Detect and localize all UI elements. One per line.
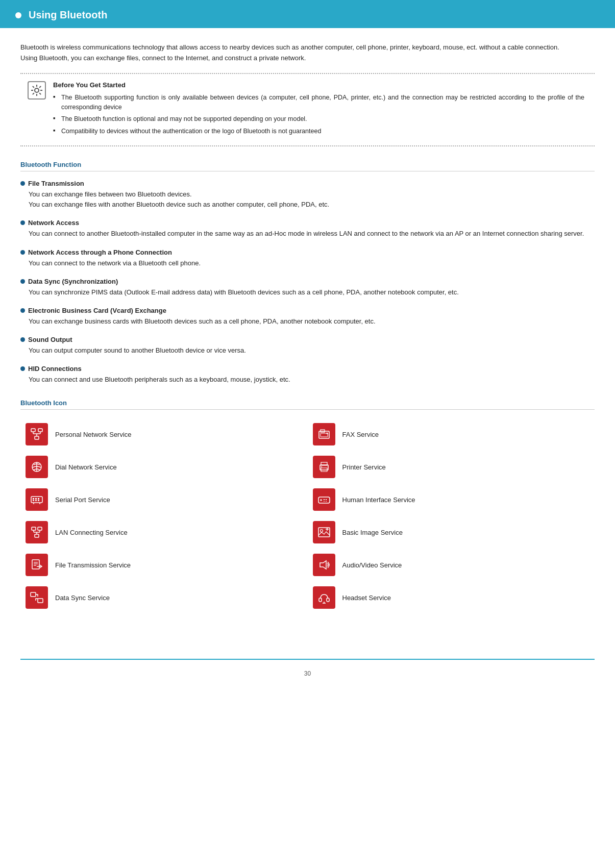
- bluetooth-function-title: Bluetooth Function: [20, 161, 595, 171]
- icon-printer: [313, 456, 335, 478]
- dial-network-icon: [30, 460, 44, 474]
- image-icon: [317, 525, 331, 539]
- svg-point-57: [320, 530, 323, 532]
- icon-label-printer: Printer Service: [342, 463, 386, 471]
- svg-rect-23: [35, 500, 37, 501]
- feature-title-4: Data Sync (Synchronization): [20, 278, 595, 285]
- feature-title-6: Sound Output: [20, 336, 595, 343]
- icon-row-image: Basic Image Service: [308, 516, 595, 549]
- feature-desc-1: You can exchange files between two Bluet…: [20, 189, 595, 210]
- printer-icon: [317, 460, 331, 474]
- feature-desc-2: You can connect to another Bluetooth-ins…: [20, 229, 595, 239]
- feature-title-7: HID Connections: [20, 365, 595, 373]
- intro-line1: Bluetooth is wireless communications tec…: [20, 42, 595, 53]
- icon-personal-network: [26, 423, 48, 445]
- svg-rect-11: [35, 436, 39, 439]
- feature-file-transmission: File Transmission You can exchange files…: [20, 180, 595, 210]
- svg-line-6: [39, 93, 41, 94]
- svg-rect-42: [321, 433, 328, 437]
- serial-port-icon: [30, 492, 44, 507]
- svg-rect-20: [35, 498, 37, 500]
- icon-row-dial-network: Dial Network Service: [20, 451, 308, 483]
- fax-icon: [317, 427, 331, 441]
- icon-grid: Personal Network Service Dial Network Se…: [20, 418, 595, 614]
- icon-data-sync: [26, 586, 48, 609]
- feature-hid: HID Connections You can connect and use …: [20, 365, 595, 385]
- page-header: Using Bluetooth: [0, 0, 615, 28]
- icon-serial-port: [26, 488, 48, 511]
- icon-label-audio: Audio/Video Service: [342, 561, 402, 569]
- icon-row-printer: Printer Service: [308, 451, 595, 483]
- icon-label-hid: Human Interface Service: [342, 496, 415, 504]
- icon-lan: [26, 521, 48, 543]
- icon-row-headset: Headset Service: [308, 581, 595, 614]
- svg-marker-60: [320, 561, 326, 569]
- icon-row-audio: Audio/Video Service: [308, 549, 595, 581]
- svg-rect-62: [327, 598, 329, 602]
- svg-line-5: [33, 86, 34, 87]
- svg-rect-10: [38, 429, 42, 432]
- feature-network-access: Network Access You can connect to anothe…: [20, 219, 595, 239]
- bullet-4: [20, 279, 25, 284]
- icon-row-fax: FAX Service: [308, 418, 595, 451]
- bullet-6: [20, 337, 25, 342]
- svg-rect-34: [32, 560, 39, 569]
- settings-icon: [30, 84, 43, 97]
- icon-col-right: FAX Service Printer Service: [308, 418, 595, 614]
- icon-col-left: Personal Network Service Dial Network Se…: [20, 418, 308, 614]
- feature-title-2: Network Access: [20, 219, 595, 227]
- bluetooth-icon-title: Bluetooth Icon: [20, 399, 595, 410]
- bullet-2: [20, 220, 25, 225]
- notice-content: Before You Get Started The Bluetooth sup…: [53, 81, 584, 139]
- icon-headset: [313, 586, 335, 609]
- bluetooth-icon-section: Bluetooth Icon: [20, 399, 595, 614]
- icon-label-dial-network: Dial Network Service: [55, 463, 117, 471]
- icon-label-fax: FAX Service: [342, 431, 379, 438]
- notice-item-2: The Bluetooth function is optional and m…: [53, 114, 584, 124]
- icon-row-lan: LAN Connecting Service: [20, 516, 308, 549]
- feature-desc-4: You can synchronize PIMS data (Outlook E…: [20, 287, 595, 297]
- icon-label-serial-port: Serial Port Service: [55, 496, 110, 504]
- icon-row-serial-port: Serial Port Service: [20, 483, 308, 516]
- svg-rect-53: [326, 499, 327, 500]
- personal-network-icon: [30, 427, 44, 441]
- feature-title-5: Electronic Business Card (Vcard) Exchang…: [20, 307, 595, 314]
- feature-title-1: File Transmission: [20, 180, 595, 187]
- page-footer: 30: [20, 659, 595, 682]
- bullet-3: [20, 250, 25, 255]
- feature-phone-connection: Network Access through a Phone Connectio…: [20, 249, 595, 268]
- icon-fax: [313, 423, 335, 445]
- svg-rect-55: [326, 501, 327, 502]
- svg-rect-39: [31, 592, 36, 597]
- icon-hid: [313, 488, 335, 511]
- svg-rect-54: [324, 501, 325, 502]
- svg-rect-24: [38, 500, 39, 501]
- icon-label-data-sync: Data Sync Service: [55, 594, 110, 602]
- icon-audio: [313, 554, 335, 576]
- main-content: Bluetooth is wireless communications tec…: [0, 28, 615, 649]
- svg-rect-9: [31, 429, 35, 432]
- icon-label-image: Basic Image Service: [342, 529, 403, 536]
- file-tx-icon: [30, 558, 44, 572]
- icon-label-lan: LAN Connecting Service: [55, 529, 128, 536]
- bullet-7: [20, 366, 25, 371]
- svg-line-7: [39, 86, 41, 87]
- feature-desc-7: You can connect and use Bluetooth periph…: [20, 375, 595, 385]
- svg-rect-29: [35, 534, 39, 537]
- page-number: 30: [304, 670, 311, 677]
- notice-item-3: Compatibility to devices without the aut…: [53, 127, 584, 136]
- icon-label-file-tx: File Transmission Service: [55, 561, 131, 569]
- svg-point-44: [326, 433, 328, 434]
- lan-icon: [30, 525, 44, 539]
- notice-item-1: The Bluetooth supporting function is onl…: [53, 93, 584, 113]
- intro-line2: Using Bluetooth, you can exchange files,…: [20, 53, 595, 64]
- bluetooth-function-section: Bluetooth Function File Transmission You…: [20, 161, 595, 385]
- feature-data-sync: Data Sync (Synchronization) You can sync…: [20, 278, 595, 297]
- audio-icon: [317, 558, 331, 572]
- icon-label-headset: Headset Service: [342, 594, 391, 602]
- notice-box: Before You Get Started The Bluetooth sup…: [20, 73, 595, 147]
- notice-icon: [28, 81, 46, 100]
- icon-label-personal-network: Personal Network Service: [55, 431, 132, 438]
- feature-sound: Sound Output You can output computer sou…: [20, 336, 595, 356]
- notice-title: Before You Get Started: [53, 81, 584, 89]
